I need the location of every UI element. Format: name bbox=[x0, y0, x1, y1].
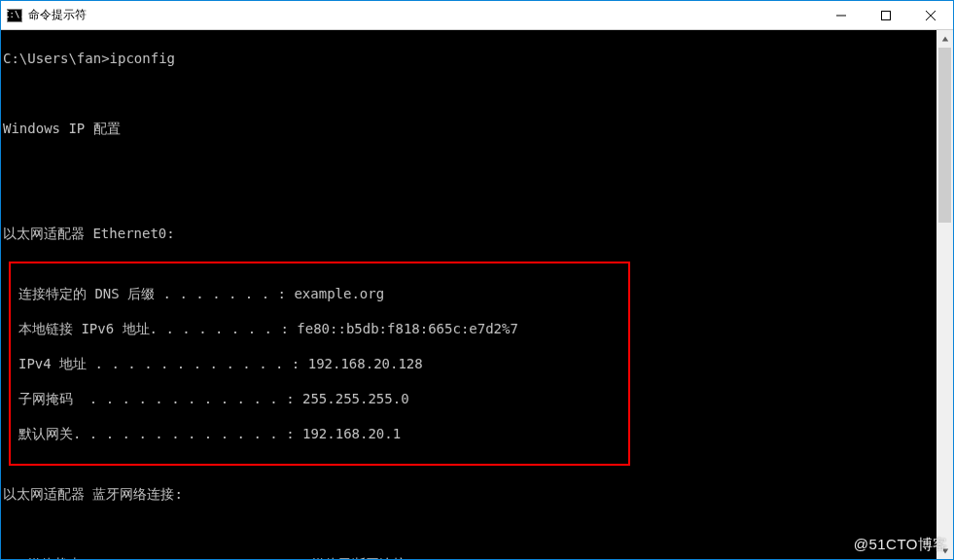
gateway-label: 默认网关. . . . . . . . . . . . . : bbox=[18, 426, 295, 441]
scrollbar[interactable] bbox=[936, 30, 953, 559]
adapter-ethernet-title: 以太网适配器 Ethernet0: bbox=[1, 225, 951, 242]
console-area[interactable]: C:\Users\fan>ipconfig Windows IP 配置 以太网适… bbox=[1, 30, 953, 559]
bt-media-label: 媒体状态 . . . . . . . . . . . . : bbox=[27, 556, 303, 559]
cmd-icon: C:\. bbox=[7, 9, 22, 22]
ipv4-label: IPv4 地址 . . . . . . . . . . . . : bbox=[18, 356, 300, 371]
svg-marker-4 bbox=[941, 36, 947, 41]
minimize-button[interactable] bbox=[819, 1, 864, 29]
prompt-path: C:\Users\fan> bbox=[3, 51, 110, 66]
title-left: C:\. 命令提示符 bbox=[1, 7, 819, 23]
svg-rect-1 bbox=[882, 11, 891, 19]
ipconfig-header: Windows IP 配置 bbox=[1, 120, 951, 137]
watermark: @51CTO博客 bbox=[854, 536, 948, 554]
mask-label: 子网掩码 . . . . . . . . . . . . : bbox=[18, 391, 295, 406]
highlight-box: 连接特定的 DNS 后缀 . . . . . . . : example.org… bbox=[9, 262, 630, 466]
close-button[interactable] bbox=[908, 1, 953, 29]
window-controls bbox=[819, 1, 953, 29]
window-title: 命令提示符 bbox=[28, 7, 87, 23]
cmd-window: C:\. 命令提示符 C:\Users\fan>ipconfig Windows… bbox=[0, 0, 954, 560]
bt-media-value: 媒体已断开连接 bbox=[303, 556, 406, 559]
ipv6-label: 本地链接 IPv6 地址. . . . . . . . : bbox=[18, 321, 289, 336]
scroll-thumb[interactable] bbox=[938, 48, 951, 223]
gateway-value: 192.168.20.1 bbox=[295, 426, 402, 441]
mask-value: 255.255.255.0 bbox=[295, 391, 409, 406]
adapter-bluetooth-title: 以太网适配器 蓝牙网络连接: bbox=[1, 485, 951, 503]
scroll-up-button[interactable] bbox=[936, 30, 953, 47]
dns-suffix-value: example.org bbox=[286, 286, 384, 301]
ipv6-value: fe80::b5db:f818:665c:e7d2%7 bbox=[289, 321, 518, 336]
maximize-button[interactable] bbox=[864, 1, 908, 29]
prompt-command: ipconfig bbox=[110, 51, 175, 66]
dns-suffix-label: 连接特定的 DNS 后缀 . . . . . . . : bbox=[18, 286, 286, 301]
ipv4-value: 192.168.20.128 bbox=[300, 356, 422, 371]
titlebar[interactable]: C:\. 命令提示符 bbox=[1, 1, 953, 30]
